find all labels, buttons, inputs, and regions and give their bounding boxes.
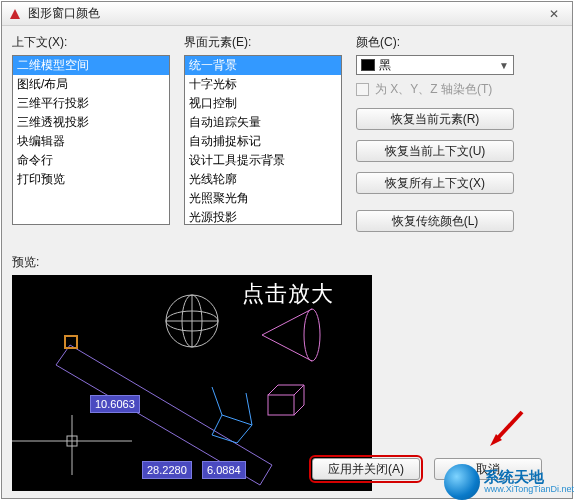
context-item[interactable]: 块编辑器 bbox=[13, 132, 169, 151]
restore-context-button[interactable]: 恢复当前上下文(U) bbox=[356, 140, 514, 162]
restore-classic-button[interactable]: 恢复传统颜色(L) bbox=[356, 210, 514, 232]
context-listbox[interactable]: 二维模型空间图纸/布局三维平行投影三维透视投影块编辑器命令行打印预览 bbox=[12, 55, 170, 225]
dimension-value-2: 28.2280 bbox=[142, 461, 192, 479]
tint-xyz-label: 为 X、Y、Z 轴染色(T) bbox=[375, 81, 492, 98]
restore-element-label: 恢复当前元素(R) bbox=[391, 111, 480, 128]
chevron-down-icon: ▼ bbox=[499, 60, 509, 71]
color-label: 颜色(C): bbox=[356, 34, 514, 51]
context-item[interactable]: 命令行 bbox=[13, 151, 169, 170]
elements-label: 界面元素(E): bbox=[184, 34, 342, 51]
svg-line-6 bbox=[260, 465, 272, 485]
tint-xyz-checkbox[interactable] bbox=[356, 83, 369, 96]
dimension-value-3: 6.0884 bbox=[202, 461, 246, 479]
svg-rect-18 bbox=[268, 395, 294, 415]
svg-line-9 bbox=[246, 393, 252, 425]
context-item[interactable]: 三维平行投影 bbox=[13, 94, 169, 113]
element-item[interactable]: 光源投影 bbox=[185, 208, 341, 225]
apply-close-button[interactable]: 应用并关闭(A) bbox=[312, 458, 420, 480]
restore-context-label: 恢复当前上下文(U) bbox=[385, 143, 486, 160]
watermark: 系统天地 www.XiTongTianDi.net bbox=[444, 464, 574, 500]
dialog-window: 图形窗口颜色 ✕ 上下文(X): 二维模型空间图纸/布局三维平行投影三维透视投影… bbox=[1, 1, 573, 499]
restore-all-contexts-label: 恢复所有上下文(X) bbox=[385, 175, 485, 192]
preview-label: 预览: bbox=[12, 254, 562, 271]
element-item[interactable]: 视口控制 bbox=[185, 94, 341, 113]
restore-classic-label: 恢复传统颜色(L) bbox=[392, 213, 479, 230]
watermark-name: 系统天地 bbox=[484, 469, 574, 486]
context-column: 上下文(X): 二维模型空间图纸/布局三维平行投影三维透视投影块编辑器命令行打印… bbox=[12, 34, 170, 242]
context-item[interactable]: 二维模型空间 bbox=[13, 56, 169, 75]
element-item[interactable]: 自动捕捉标记 bbox=[185, 132, 341, 151]
annotation-arrow-icon bbox=[486, 410, 526, 450]
color-value: 黑 bbox=[379, 57, 391, 74]
element-item[interactable]: 统一背景 bbox=[185, 56, 341, 75]
element-item[interactable]: 十字光标 bbox=[185, 75, 341, 94]
element-item[interactable]: 光线轮廓 bbox=[185, 170, 341, 189]
svg-line-19 bbox=[268, 385, 278, 395]
context-item[interactable]: 图纸/布局 bbox=[13, 75, 169, 94]
restore-element-button[interactable]: 恢复当前元素(R) bbox=[356, 108, 514, 130]
context-label: 上下文(X): bbox=[12, 34, 170, 51]
svg-point-12 bbox=[304, 309, 320, 361]
restore-all-contexts-button[interactable]: 恢复所有上下文(X) bbox=[356, 172, 514, 194]
globe-icon bbox=[444, 464, 480, 500]
tint-xyz-row: 为 X、Y、Z 轴染色(T) bbox=[356, 81, 514, 98]
close-icon[interactable]: ✕ bbox=[542, 5, 566, 23]
svg-line-8 bbox=[212, 387, 222, 415]
watermark-url: www.XiTongTianDi.net bbox=[484, 485, 574, 495]
window-title: 图形窗口颜色 bbox=[28, 5, 100, 22]
svg-line-20 bbox=[294, 385, 304, 395]
elements-column: 界面元素(E): 统一背景十字光标视口控制自动追踪矢量自动捕捉标记设计工具提示背… bbox=[184, 34, 342, 242]
svg-line-21 bbox=[294, 405, 304, 415]
context-item[interactable]: 打印预览 bbox=[13, 170, 169, 189]
autocad-icon bbox=[8, 7, 22, 21]
element-item[interactable]: 光照聚光角 bbox=[185, 189, 341, 208]
apply-close-label: 应用并关闭(A) bbox=[328, 461, 404, 478]
snap-marker bbox=[64, 335, 78, 349]
color-dropdown[interactable]: 黑 ▼ bbox=[356, 55, 514, 75]
element-item[interactable]: 自动追踪矢量 bbox=[185, 113, 341, 132]
element-item[interactable]: 设计工具提示背景 bbox=[185, 151, 341, 170]
color-swatch bbox=[361, 59, 375, 71]
zoom-hint-text: 点击放大 bbox=[242, 279, 334, 309]
elements-listbox[interactable]: 统一背景十字光标视口控制自动追踪矢量自动捕捉标记设计工具提示背景光线轮廓光照聚光… bbox=[184, 55, 342, 225]
svg-marker-7 bbox=[212, 415, 252, 443]
context-item[interactable]: 三维透视投影 bbox=[13, 113, 169, 132]
color-column: 颜色(C): 黑 ▼ 为 X、Y、Z 轴染色(T) 恢复当前元素(R) 恢复当前… bbox=[356, 34, 514, 242]
dimension-value-1: 10.6063 bbox=[90, 395, 140, 413]
titlebar: 图形窗口颜色 ✕ bbox=[2, 2, 572, 26]
svg-marker-24 bbox=[490, 434, 502, 446]
